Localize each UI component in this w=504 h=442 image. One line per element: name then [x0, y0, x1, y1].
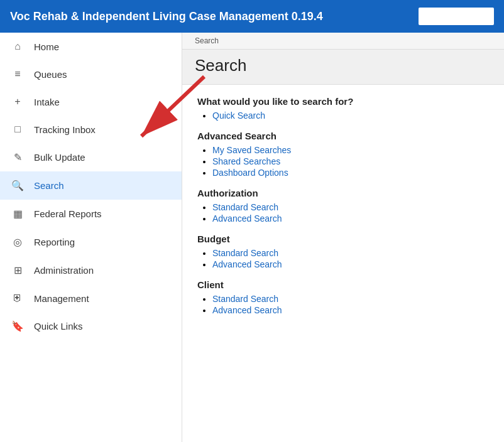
list-item: Shared Searches	[212, 156, 489, 166]
app-title: Voc Rehab & Independent Living Case Mana…	[10, 10, 323, 23]
content-wrapper: Search Search What would you like to sea…	[182, 33, 504, 442]
list-item: Standard Search	[212, 294, 489, 304]
quick-links-icon: 🔖	[10, 320, 25, 332]
link-shared-searches[interactable]: Shared Searches	[212, 156, 280, 166]
search-icon: 🔍	[10, 180, 25, 191]
sidebar-item-search[interactable]: 🔍Search	[0, 171, 182, 200]
list-item: Quick Search	[212, 110, 489, 121]
link-list-advanced-search: My Saved SearchesShared SearchesDashboar…	[197, 145, 489, 178]
sidebar-item-label-reporting: Reporting	[34, 237, 75, 247]
sidebar-item-label-administration: Administration	[34, 265, 94, 276]
sidebar-item-queues[interactable]: ≡Queues	[0, 60, 182, 88]
link-my-saved-searches[interactable]: My Saved Searches	[212, 145, 291, 155]
link-advanced-search[interactable]: Advanced Search	[212, 213, 282, 224]
sidebar-item-tracking-inbox[interactable]: □Tracking Inbox	[0, 116, 182, 143]
link-quick-search[interactable]: Quick Search	[212, 110, 265, 121]
management-icon: ⛨	[10, 293, 25, 304]
sidebar-item-label-queues: Queues	[34, 69, 67, 80]
sidebar-item-label-home: Home	[34, 41, 59, 52]
list-item: Advanced Search	[212, 305, 489, 315]
list-item: Standard Search	[212, 248, 489, 258]
queues-icon: ≡	[10, 68, 25, 80]
sidebar-item-label-intake: Intake	[34, 97, 60, 107]
link-list-client: Standard SearchAdvanced Search	[197, 294, 489, 315]
header-search-input[interactable]	[419, 8, 494, 25]
link-dashboard-options[interactable]: Dashboard Options	[212, 168, 288, 178]
sidebar-item-management[interactable]: ⛨Management	[0, 284, 182, 312]
header: Voc Rehab & Independent Living Case Mana…	[0, 0, 504, 33]
sidebar-item-label-search: Search	[34, 180, 64, 191]
sidebar-item-intake[interactable]: +Intake	[0, 88, 182, 116]
sidebar-item-label-tracking-inbox: Tracking Inbox	[34, 124, 96, 135]
sidebar-item-quick-links[interactable]: 🔖Quick Links	[0, 312, 182, 340]
sidebar-item-label-federal-reports: Federal Reports	[34, 208, 102, 219]
link-list-what-search: Quick Search	[197, 110, 489, 121]
section-heading-authorization: Authorization	[197, 188, 489, 198]
content-body: What would you like to search for?Quick …	[182, 85, 504, 329]
link-advanced-search[interactable]: Advanced Search	[212, 305, 282, 315]
list-item: Advanced Search	[212, 259, 489, 269]
breadcrumb: Search	[182, 33, 504, 50]
sidebar: ⌂Home≡Queues+Intake□Tracking Inbox✎Bulk …	[0, 33, 182, 442]
list-item: Standard Search	[212, 202, 489, 212]
sidebar-item-label-bulk-update: Bulk Update	[34, 152, 85, 163]
bulk-update-icon: ✎	[10, 151, 25, 163]
federal-reports-icon: ▦	[10, 208, 25, 220]
sidebar-item-label-management: Management	[34, 293, 89, 304]
sidebar-item-bulk-update[interactable]: ✎Bulk Update	[0, 143, 182, 171]
page-title: Search	[195, 56, 491, 75]
link-list-budget: Standard SearchAdvanced Search	[197, 248, 489, 269]
section-heading-advanced-search: Advanced Search	[197, 131, 489, 141]
reporting-icon: ◎	[10, 236, 25, 248]
list-item: My Saved Searches	[212, 145, 489, 155]
link-list-authorization: Standard SearchAdvanced Search	[197, 202, 489, 224]
tracking-inbox-icon: □	[10, 124, 25, 135]
home-icon: ⌂	[10, 41, 25, 52]
intake-icon: +	[10, 96, 25, 107]
sidebar-item-label-quick-links: Quick Links	[34, 321, 83, 332]
section-heading-budget: Budget	[197, 234, 489, 244]
list-item: Advanced Search	[212, 213, 489, 224]
sidebar-item-home[interactable]: ⌂Home	[0, 33, 182, 60]
link-standard-search[interactable]: Standard Search	[212, 202, 278, 212]
link-standard-search[interactable]: Standard Search	[212, 294, 278, 304]
link-standard-search[interactable]: Standard Search	[212, 248, 278, 258]
sidebar-item-administration[interactable]: ⊞Administration	[0, 256, 182, 284]
link-advanced-search[interactable]: Advanced Search	[212, 259, 282, 269]
section-heading-what-search: What would you like to search for?	[197, 96, 489, 107]
section-heading-client: Client	[197, 279, 489, 290]
sidebar-item-reporting[interactable]: ◎Reporting	[0, 228, 182, 256]
sidebar-item-federal-reports[interactable]: ▦Federal Reports	[0, 200, 182, 228]
administration-icon: ⊞	[10, 264, 25, 276]
page-header: Search	[182, 50, 504, 85]
list-item: Dashboard Options	[212, 168, 489, 178]
